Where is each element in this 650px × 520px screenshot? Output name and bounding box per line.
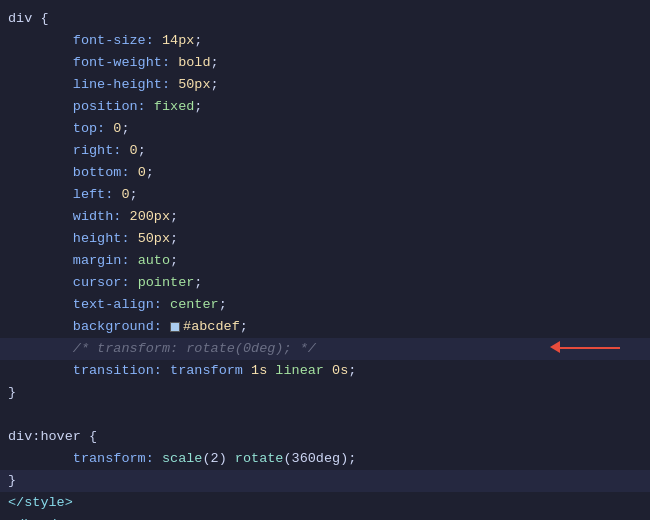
syntax-token: pointer (138, 275, 195, 290)
syntax-token: ; (211, 77, 219, 92)
code-line: left: 0; (0, 184, 650, 206)
syntax-token: ; (170, 209, 178, 224)
syntax-token: font-size: (73, 33, 162, 48)
syntax-token: #abcdef (183, 319, 240, 334)
line-content: } (8, 382, 650, 404)
syntax-token: linear (267, 363, 332, 378)
code-line: } (0, 470, 650, 492)
syntax-token: ; (170, 253, 178, 268)
line-content: font-size: 14px; (8, 30, 650, 52)
line-content: margin: auto; (8, 250, 650, 272)
syntax-token: ; (194, 275, 202, 290)
syntax-token: (360deg) (283, 451, 348, 466)
line-content: top: 0; (8, 118, 650, 140)
line-content: bottom: 0; (8, 162, 650, 184)
syntax-token: bold (178, 55, 210, 70)
code-line: div:hover { (0, 426, 650, 448)
syntax-token: ; (219, 297, 227, 312)
syntax-token: ; (348, 451, 356, 466)
syntax-token: } (8, 385, 16, 400)
code-line: line-height: 50px; (0, 74, 650, 96)
syntax-token: ; (240, 319, 248, 334)
line-content: width: 200px; (8, 206, 650, 228)
code-line (0, 404, 650, 426)
syntax-token: cursor: (73, 275, 138, 290)
syntax-token: bottom: (73, 165, 138, 180)
syntax-token: /* transform: rotate(0deg); */ (73, 341, 316, 356)
syntax-token: </style> (8, 495, 73, 510)
syntax-token: width: (73, 209, 130, 224)
line-content: font-weight: bold; (8, 52, 650, 74)
line-content: left: 0; (8, 184, 650, 206)
syntax-token: line-height: (73, 77, 178, 92)
code-line: div { (0, 8, 650, 30)
syntax-token: transition: transform (73, 363, 251, 378)
code-line: top: 0; (0, 118, 650, 140)
syntax-token: ; (146, 165, 154, 180)
syntax-token: } (8, 473, 16, 488)
syntax-token: 0 (121, 187, 129, 202)
line-content: } (8, 470, 650, 492)
line-content: line-height: 50px; (8, 74, 650, 96)
syntax-token: 0 (138, 165, 146, 180)
syntax-token: ; (194, 99, 202, 114)
syntax-token: scale (162, 451, 203, 466)
line-content: position: fixed; (8, 96, 650, 118)
syntax-token: 1s (251, 363, 267, 378)
code-line: cursor: pointer; (0, 272, 650, 294)
syntax-token: div:hover { (8, 429, 97, 444)
syntax-token: 0 (130, 143, 138, 158)
syntax-token: margin: (73, 253, 138, 268)
code-line: width: 200px; (0, 206, 650, 228)
line-content: height: 50px; (8, 228, 650, 250)
color-swatch-icon (170, 322, 180, 332)
syntax-token: font-weight: (73, 55, 178, 70)
syntax-token: center (170, 297, 219, 312)
line-content: cursor: pointer; (8, 272, 650, 294)
syntax-token: 50px (178, 77, 210, 92)
syntax-token: ; (130, 187, 138, 202)
code-line: background: #abcdef; (0, 316, 650, 338)
code-line: transform: scale(2) rotate(360deg); (0, 448, 650, 470)
code-line: font-size: 14px; (0, 30, 650, 52)
syntax-token: (2) (202, 451, 234, 466)
line-content: div { (8, 8, 650, 30)
line-content: right: 0; (8, 140, 650, 162)
code-editor: div { font-size: 14px; font-weight: bold… (0, 0, 650, 520)
code-line: transition: transform 1s linear 0s; (0, 360, 650, 382)
syntax-token: position: (73, 99, 154, 114)
code-line: } (0, 382, 650, 404)
syntax-token: div { (8, 11, 49, 26)
code-line: font-weight: bold; (0, 52, 650, 74)
syntax-token: 0s (332, 363, 348, 378)
code-line: right: 0; (0, 140, 650, 162)
syntax-token: ; (121, 121, 129, 136)
syntax-token: ; (211, 55, 219, 70)
line-content: transition: transform 1s linear 0s; (8, 360, 650, 382)
syntax-token: transform: (73, 451, 162, 466)
code-line: bottom: 0; (0, 162, 650, 184)
line-content: div:hover { (8, 426, 650, 448)
syntax-token: 50px (138, 231, 170, 246)
code-line: </style> (0, 492, 650, 514)
code-line: margin: auto; (0, 250, 650, 272)
code-line: </head> (0, 514, 650, 520)
syntax-token: 200px (130, 209, 171, 224)
syntax-token: 14px (162, 33, 194, 48)
syntax-token: text-align: (73, 297, 170, 312)
line-content: transform: scale(2) rotate(360deg); (8, 448, 650, 470)
line-content: </head> (8, 514, 650, 520)
syntax-token: background: (73, 319, 170, 334)
syntax-token: ; (138, 143, 146, 158)
syntax-token: ; (194, 33, 202, 48)
syntax-token: rotate (235, 451, 284, 466)
code-line: height: 50px; (0, 228, 650, 250)
line-content: /* transform: rotate(0deg); */ (8, 338, 650, 360)
code-line: text-align: center; (0, 294, 650, 316)
syntax-token: ; (348, 363, 356, 378)
line-content: </style> (8, 492, 650, 514)
syntax-token: right: (73, 143, 130, 158)
syntax-token: ; (170, 231, 178, 246)
syntax-token: top: (73, 121, 114, 136)
line-content: background: #abcdef; (8, 316, 650, 338)
